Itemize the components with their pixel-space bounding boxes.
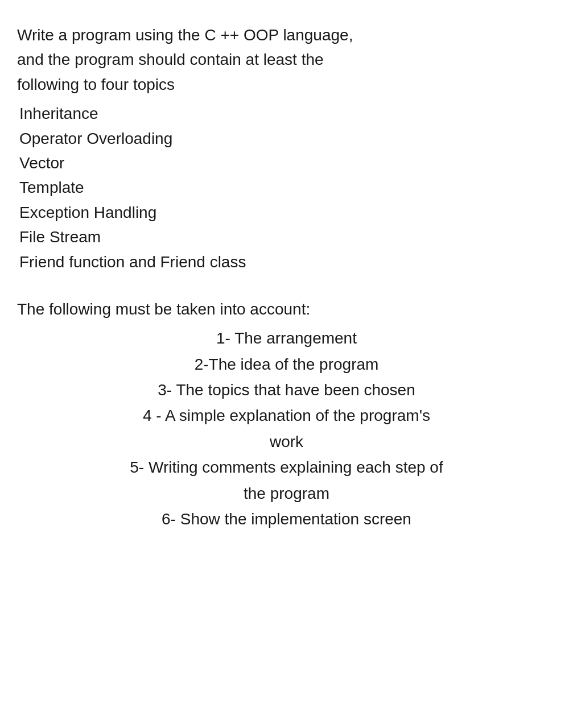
req-item-5b: the program	[17, 481, 556, 506]
requirements-list: 1- The arrangement 2-The idea of the pro…	[17, 326, 556, 531]
topic-inheritance: Inheritance	[17, 101, 556, 126]
intro-line1: Write a program using the C ++ OOP langu…	[17, 26, 353, 44]
req-item-3: 3- The topics that have been chosen	[17, 378, 556, 402]
topic-template: Template	[17, 175, 556, 200]
req-item-2: 2-The idea of the program	[17, 352, 556, 377]
intro-block: Write a program using the C ++ OOP langu…	[17, 23, 556, 97]
req-item-4a: 4 - A simple explanation of the program'…	[17, 403, 556, 428]
intro-line2: and the program should contain at least …	[17, 51, 324, 68]
topics-list: Inheritance Operator Overloading Vector …	[17, 101, 556, 274]
intro-line3: following to four topics	[17, 76, 175, 93]
req-item-6: 6- Show the implementation screen	[17, 507, 556, 531]
topic-exception-handling: Exception Handling	[17, 200, 556, 225]
topic-file-stream: File Stream	[17, 225, 556, 249]
page-content: Write a program using the C ++ OOP langu…	[17, 23, 556, 531]
req-item-1: 1- The arrangement	[17, 326, 556, 350]
req-item-4b: work	[17, 429, 556, 454]
topic-operator-overloading: Operator Overloading	[17, 126, 556, 151]
requirements-section: The following must be taken into account…	[17, 297, 556, 532]
requirements-title: The following must be taken into account…	[17, 297, 556, 321]
req-item-5a: 5- Writing comments explaining each step…	[17, 455, 556, 479]
topic-vector: Vector	[17, 151, 556, 175]
topic-friend-function: Friend function and Friend class	[17, 250, 556, 274]
